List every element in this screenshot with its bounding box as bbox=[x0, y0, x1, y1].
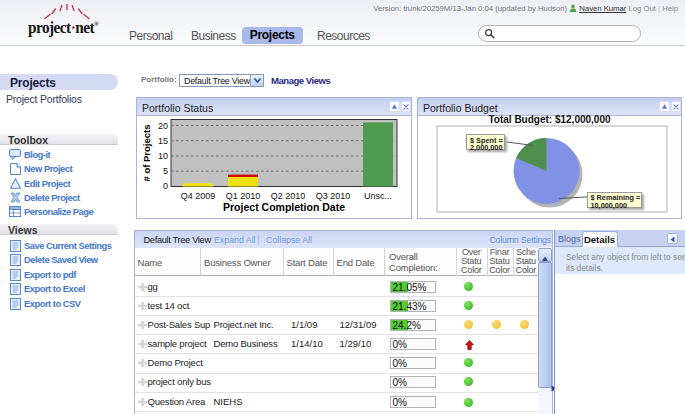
svg-text:Project Completion Date: Project Completion Date bbox=[223, 201, 345, 213]
svg-text:0: 0 bbox=[163, 181, 168, 191]
svg-text:Unsc...: Unsc... bbox=[364, 191, 392, 201]
svg-text:5: 5 bbox=[163, 166, 168, 176]
svg-text:Q4 2009: Q4 2009 bbox=[181, 191, 216, 201]
svg-text:Q2 2010: Q2 2010 bbox=[271, 191, 306, 201]
svg-text:15: 15 bbox=[158, 136, 168, 146]
svg-text:20: 20 bbox=[158, 121, 168, 131]
svg-text:# of Projects: # of Projects bbox=[141, 124, 152, 181]
svg-text:Q3 2010: Q3 2010 bbox=[316, 191, 351, 201]
svg-text:Q1 2010: Q1 2010 bbox=[226, 191, 261, 201]
svg-text:10: 10 bbox=[158, 151, 168, 161]
